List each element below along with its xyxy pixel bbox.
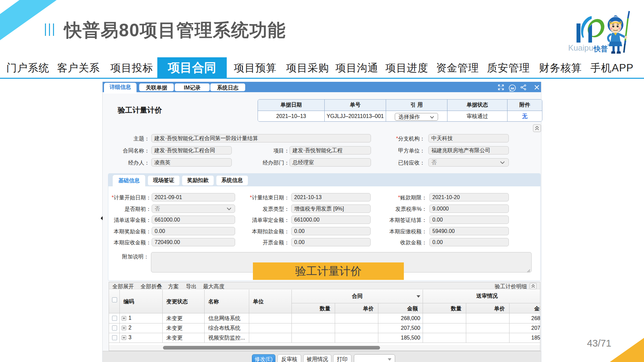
svg-text:IM: IM bbox=[511, 86, 514, 90]
svg-text:Kuaipu: Kuaipu bbox=[568, 43, 593, 52]
svg-text:快普: 快普 bbox=[593, 45, 608, 53]
